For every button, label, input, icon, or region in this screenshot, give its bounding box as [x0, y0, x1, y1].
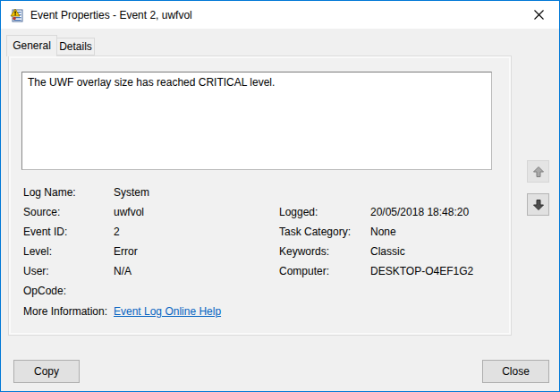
source-label: Source:	[23, 206, 60, 218]
close-window-button[interactable]	[519, 1, 559, 29]
logged-value: 20/05/2018 18:48:20	[370, 206, 469, 218]
opcode-label: OpCode:	[23, 285, 66, 297]
next-event-button[interactable]	[527, 193, 549, 216]
arrow-down-icon	[532, 199, 545, 211]
more-information-label: More Information:	[23, 305, 107, 318]
level-label: Level:	[23, 245, 52, 258]
copy-button[interactable]: Copy	[13, 360, 80, 383]
event-properties-icon	[10, 8, 24, 22]
general-tab-page: The UWF overlay size has reached CRITICA…	[8, 55, 512, 336]
event-description-text: The UWF overlay size has reached CRITICA…	[28, 76, 275, 89]
event-fields: Log Name: System Source: uwfvol Logged: …	[23, 183, 506, 322]
level-value: Error	[114, 245, 138, 258]
field-row-log-name: Log Name: System	[23, 183, 506, 203]
close-icon	[534, 10, 544, 20]
user-label: User:	[23, 265, 49, 277]
window-title: Event Properties - Event 2, uwfvol	[30, 9, 192, 21]
log-name-label: Log Name:	[23, 186, 76, 199]
event-id-label: Event ID:	[23, 226, 67, 238]
computer-value: DESKTOP-O4EF1G2	[370, 265, 473, 277]
event-id-value: 2	[114, 226, 120, 238]
tab-details[interactable]: Details	[57, 38, 95, 55]
field-row-more-information: More Information: Event Log Online Help	[23, 303, 506, 322]
close-button[interactable]: Close	[482, 360, 549, 383]
keywords-value: Classic	[370, 245, 405, 258]
previous-event-button[interactable]	[527, 160, 549, 183]
field-row-source-logged: Source: uwfvol Logged: 20/05/2018 18:48:…	[23, 203, 506, 223]
field-row-opcode: OpCode:	[23, 282, 506, 302]
task-category-value: None	[370, 226, 396, 238]
field-row-user-computer: User: N/A Computer: DESKTOP-O4EF1G2	[23, 262, 506, 282]
event-description-box[interactable]: The UWF overlay size has reached CRITICA…	[21, 72, 492, 170]
logged-label: Logged:	[279, 206, 318, 218]
arrow-up-icon	[532, 166, 545, 178]
task-category-label: Task Category:	[279, 226, 351, 238]
field-row-eventid-taskcategory: Event ID: 2 Task Category: None	[23, 223, 506, 243]
source-value: uwfvol	[114, 206, 144, 218]
field-row-level-keywords: Level: Error Keywords: Classic	[23, 243, 506, 262]
event-log-online-help-link[interactable]: Event Log Online Help	[114, 305, 221, 318]
event-properties-dialog: Event Properties - Event 2, uwfvol Gener…	[0, 0, 560, 392]
user-value: N/A	[114, 265, 132, 277]
tab-general[interactable]: General	[6, 35, 57, 56]
keywords-label: Keywords:	[279, 245, 329, 258]
log-name-value: System	[114, 186, 149, 199]
title-bar[interactable]: Event Properties - Event 2, uwfvol	[1, 1, 559, 29]
computer-label: Computer:	[279, 265, 329, 277]
